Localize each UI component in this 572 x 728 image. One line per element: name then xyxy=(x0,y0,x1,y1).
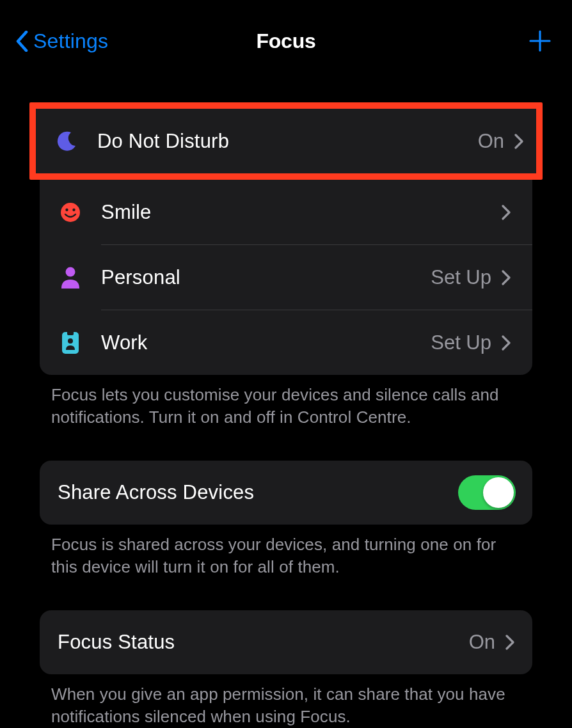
focus-row-label: Personal xyxy=(101,266,431,289)
share-footer-text: Focus is shared across your devices, and… xyxy=(0,525,572,578)
focus-row-label: Work xyxy=(101,331,431,354)
highlighted-row-do-not-disturb: Do Not Disturb On xyxy=(29,102,543,180)
moon-icon xyxy=(50,130,83,153)
focus-row-label: Smile xyxy=(101,201,502,224)
svg-point-2 xyxy=(72,208,75,210)
focus-row-smile[interactable]: Smile xyxy=(40,180,532,244)
person-icon xyxy=(54,265,87,290)
focus-status-label: Focus Status xyxy=(58,631,469,654)
share-toggle[interactable] xyxy=(458,475,516,510)
add-button[interactable] xyxy=(527,28,553,54)
toggle-knob xyxy=(483,477,514,508)
focus-row-label: Do Not Disturb xyxy=(97,130,478,153)
focus-footer-text: Focus lets you customise your devices an… xyxy=(0,375,572,429)
share-across-devices-row: Share Across Devices xyxy=(40,461,532,525)
focus-row-value: Set Up xyxy=(431,331,491,354)
chevron-right-icon xyxy=(502,335,512,351)
share-label: Share Across Devices xyxy=(58,481,458,504)
focus-row-personal[interactable]: Personal Set Up xyxy=(40,245,532,310)
focus-row-value: Set Up xyxy=(431,266,491,289)
back-label: Settings xyxy=(33,29,108,53)
svg-point-0 xyxy=(61,203,80,222)
focus-status-value: On xyxy=(469,631,495,654)
focus-modes-group: Smile Personal Set Up xyxy=(40,180,532,375)
chevron-right-icon xyxy=(502,204,512,221)
smile-icon xyxy=(54,202,87,223)
focus-status-section: Focus Status On xyxy=(40,610,532,674)
back-button[interactable]: Settings xyxy=(14,29,108,53)
focus-row-do-not-disturb[interactable]: Do Not Disturb On xyxy=(36,109,536,173)
svg-point-6 xyxy=(68,338,73,344)
svg-point-3 xyxy=(66,267,75,276)
focus-row-work[interactable]: Work Set Up xyxy=(40,310,532,375)
page-title: Focus xyxy=(256,29,315,53)
svg-rect-5 xyxy=(67,331,74,335)
chevron-right-icon xyxy=(505,634,516,651)
badge-icon xyxy=(54,331,87,355)
svg-point-1 xyxy=(65,208,68,210)
nav-bar: Settings Focus xyxy=(0,0,572,64)
focus-row-value: On xyxy=(478,130,504,153)
share-section: Share Across Devices xyxy=(40,461,532,525)
focus-status-footer-text: When you give an app permission, it can … xyxy=(0,674,572,728)
content: Do Not Disturb On Smile xyxy=(0,102,572,728)
chevron-right-icon xyxy=(502,269,512,286)
chevron-right-icon xyxy=(514,133,525,150)
plus-icon xyxy=(529,30,551,52)
chevron-left-icon xyxy=(14,29,29,53)
focus-status-row[interactable]: Focus Status On xyxy=(40,610,532,674)
